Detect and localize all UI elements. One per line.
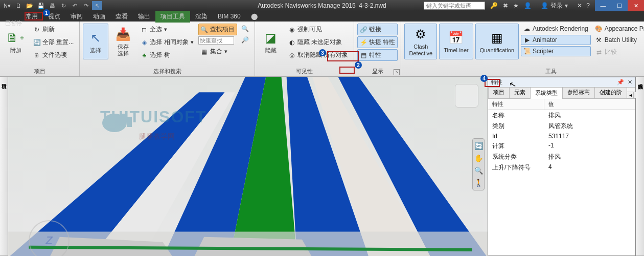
reset-button[interactable]: 🔄全部 重置... [31,36,76,48]
group-select: ↖选择 📥保存 选择 ◻全选 ▾ ◈选择 相同对象 ▾ ♣选择 树 🔍查找项目 … [80,22,255,76]
properties-panel: 特性 📌 ✕ 项目 元素 系统类型 参照标高 创建的阶 ◂▸ 特性值 名称排风 … [488,77,636,256]
prop-row: Id531117 [488,132,635,141]
save-icon[interactable]: 💾 [36,1,46,10]
sets-button[interactable]: ▦集合 ▾ [198,46,237,57]
display-launcher[interactable]: ↘ [394,69,400,75]
maximize-button[interactable]: ☐ [611,0,628,11]
sys-icons: ✕ ? [572,2,595,9]
quickprop-button[interactable]: ⚡快捷 特性 [357,36,398,48]
pan-icon[interactable]: ✋ [474,154,483,162]
select-icon[interactable]: ↖ [92,1,102,10]
title-bar: N▾ 🗋 📂 💾 🖶 ↻ ↶ ↷ ↖ Autodesk Navisworks M… [0,0,644,11]
anim-button[interactable]: ▶Animator [521,35,591,45]
tool2-icon[interactable]: ✖ [503,2,508,9]
login-button[interactable]: 👤 登录 ▾ [537,2,572,10]
svg-marker-9 [194,237,312,256]
minimize-button[interactable]: — [595,0,611,11]
bu-button[interactable]: ⚒Batch Utility [593,35,644,45]
links-button[interactable]: 🔗链接 [357,24,398,35]
title-right: 🔑 ✖ ★ 👤 👤 登录 ▾ ✕ ? — ☐ ✕ [424,0,644,11]
annotation-2: 2 [355,61,362,69]
window-buttons: — ☐ ✕ [595,0,644,11]
zoom-icon[interactable]: 🔍 [474,166,483,175]
sidetab-project[interactable]: 项目目录 [0,77,8,256]
nav-menu-icon[interactable]: N▾ [2,1,12,10]
nav-tools: 🔄 ✋ 🔍 🚶 [472,138,485,190]
redo-icon[interactable]: ↷ [81,1,91,10]
title-tool-icons: 🔑 ✖ ★ 👤 [485,2,537,9]
force-button[interactable]: ◉强制可见 [286,24,351,35]
compass-icon: Z [29,220,70,256]
pin-icon[interactable]: 📌 [617,79,624,86]
undo-icon[interactable]: ↶ [70,1,80,10]
panel-close-icon[interactable]: ✕ [628,79,632,86]
ptab-systype[interactable]: 系统类型 [530,87,563,99]
annotation-4: 4 [480,75,488,82]
findquick-icon[interactable]: 🔍 [239,24,251,34]
tab-animation[interactable]: 动画 [88,11,110,23]
title-text: Autodesk Navisworks Manage 2015 4-3-2.nw… [258,2,386,9]
finditems-button[interactable]: 🔍查找项目 [198,24,237,35]
selsame-button[interactable]: ◈选择 相同对象 ▾ [138,36,196,48]
scr-button[interactable]: 📜Scripter [521,46,591,56]
tool1-icon[interactable]: 🔑 [490,2,498,9]
open-icon[interactable]: 📂 [25,1,35,10]
append-button[interactable]: 🗎＋附加 [3,24,29,59]
hide-button[interactable]: ◪隐藏 [258,24,284,59]
tab-view[interactable]: 查看 [110,11,133,23]
clash-button[interactable]: ⚙Clash Detective [404,24,437,59]
tab-bim360[interactable]: BIM 360 [213,11,246,22]
exchange-icon[interactable]: ✕ [577,2,582,9]
tab-output[interactable]: 输出 [133,11,155,23]
orbit-icon[interactable]: 🔄 [474,142,483,150]
tab-left-icon[interactable]: ◂ [627,92,634,98]
print-icon[interactable]: 🖶 [47,1,57,10]
ar-button[interactable]: ☁Autodesk Rendering [521,24,591,34]
ptab-phase[interactable]: 创建的阶 [594,87,627,98]
props-button[interactable]: ▤特性 [357,49,398,61]
tool3-icon[interactable]: ★ [513,2,519,9]
new-icon[interactable]: 🗋 [13,1,24,10]
tab-itemtools[interactable]: 项目工具 [155,11,190,23]
tool4-icon[interactable]: 👤 [524,2,532,9]
prop-row: 类别风管系统 [488,121,635,132]
view-cube[interactable] [455,84,478,108]
tab-review[interactable]: 审阅 [65,11,88,23]
savesel-button[interactable]: 📥保存 选择 [110,24,136,59]
ap-button[interactable]: 🎨Appearance Profiler [593,24,644,34]
seltree-button[interactable]: ♣选择 树 [138,49,196,61]
hideunsel-button[interactable]: ◐隐藏 未选定对象 [286,36,351,48]
tab-home[interactable]: 常用 [20,11,43,23]
close-button[interactable]: ✕ [628,0,644,11]
fileopt-button[interactable]: 🗎文件选项 [31,49,76,61]
select-button[interactable]: ↖选择 [83,24,108,59]
ptab-reflevel[interactable]: 参照标高 [562,87,595,98]
tab-bullet[interactable]: ⬤ [246,11,263,22]
viewport-3d[interactable]: TUITUISOFT 腿腿教学网 🔄 ✋ 🔍 🚶 Z [8,77,488,256]
search-input[interactable] [424,2,485,10]
refresh-button[interactable]: ↻刷新 [31,24,76,35]
help-icon[interactable]: ? [586,2,590,9]
annotation-1: 1 [43,9,50,16]
cmp-button[interactable]: ⇄比较 [593,46,644,58]
group-vis-label: 可见性 [258,67,351,75]
unhide-button[interactable]: ◎取消隐藏 所有对象 [286,49,351,61]
quick-access-toolbar: N▾ 🗋 📂 💾 🖶 ↻ ↶ ↷ ↖ [0,1,102,10]
selall-button[interactable]: ◻全选 ▾ [138,24,196,35]
quick-find-input[interactable] [198,36,234,45]
tab-render[interactable]: 渲染 [190,11,213,23]
findquick2-icon[interactable]: 🔎 [239,35,251,45]
prop-row: 上升/下降符号4 [488,162,635,173]
timeliner-button[interactable]: 📅TimeLiner [439,24,473,59]
group-visibility: ◪隐藏 ◉强制可见 ◐隐藏 未选定对象 ◎取消隐藏 所有对象 可见性 [255,22,354,76]
svg-rect-12 [121,114,126,127]
walk-icon[interactable]: 🚶 [474,179,483,187]
quant-button[interactable]: ▦Quantification [475,24,519,59]
props-body: 名称排风 类别风管系统 Id531117 计算-1 系统分类排风 上升/下降符号… [488,110,635,255]
refresh-icon[interactable]: ↻ [58,1,68,10]
ptab-item[interactable]: 项目 [488,87,510,98]
sidetab-savedviews[interactable]: 保存的视点 [636,77,644,256]
prop-row: 名称排风 [488,110,635,121]
group-tools: ⚙Clash Detective 📅TimeLiner ▦Quantificat… [401,22,644,76]
right-side-tabs: 保存的视点 [636,77,644,256]
